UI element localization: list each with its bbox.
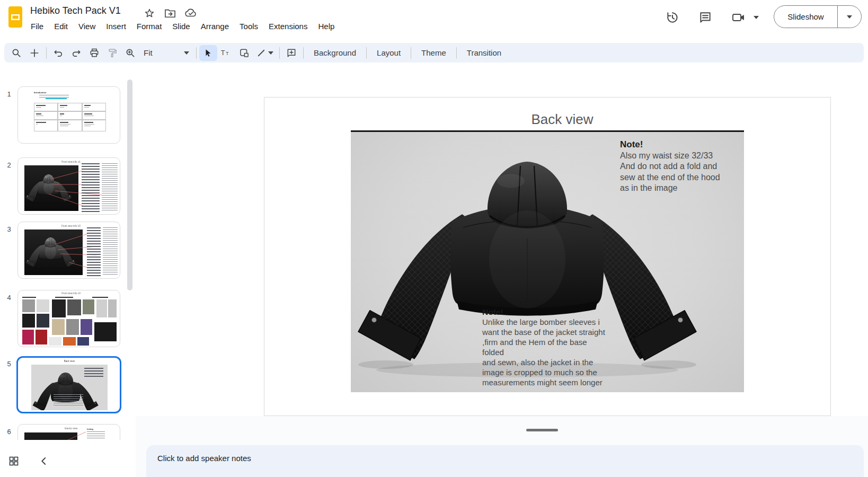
slide-number: 3 bbox=[3, 225, 15, 233]
slide-filmstrip: 1 Introduction 2 Front view info v1 3 Fr bbox=[0, 68, 136, 440]
intro-table bbox=[34, 103, 106, 131]
slide-thumbnail-2[interactable]: Front view info v1 bbox=[17, 157, 120, 215]
annotation-lines bbox=[18, 425, 120, 440]
menu-extensions[interactable]: Extensions bbox=[263, 20, 313, 32]
filmstrip-scrollbar[interactable] bbox=[127, 80, 132, 290]
jacket-back-photo[interactable]: Note! Also my waist size 32/33 And do no… bbox=[351, 132, 744, 392]
slide-number: 5 bbox=[3, 360, 15, 368]
menu-file[interactable]: File bbox=[25, 20, 49, 32]
thumb-title: Front view info v3 bbox=[57, 292, 85, 295]
thumb-link-placeholder bbox=[46, 98, 67, 99]
layout-button[interactable]: Layout bbox=[369, 46, 408, 59]
transition-button[interactable]: Transition bbox=[459, 46, 509, 59]
toolbar-divider bbox=[366, 47, 367, 59]
svg-text:T: T bbox=[221, 49, 225, 57]
zoom-fit-caret-icon bbox=[184, 51, 189, 55]
slide-thumbnail-3[interactable]: Front view info V2 bbox=[17, 222, 120, 279]
note-heading: Note! bbox=[482, 307, 609, 317]
slide-number: 1 bbox=[3, 90, 15, 98]
annotation-text-placeholder bbox=[87, 431, 105, 440]
redo-button[interactable] bbox=[67, 45, 85, 61]
select-tool-button[interactable] bbox=[199, 45, 217, 61]
thumb-title: Introduction bbox=[34, 91, 46, 93]
document-title[interactable]: Hebiko Tech Pack V1 bbox=[30, 5, 121, 16]
menu-insert[interactable]: Insert bbox=[101, 20, 131, 32]
app-header: Hebiko Tech Pack V1 File Edit View Inser… bbox=[0, 0, 868, 34]
note-top-right[interactable]: Note! Also my waist size 32/33 And do no… bbox=[620, 139, 744, 194]
slide-number: 4 bbox=[3, 294, 15, 302]
slide-number: 2 bbox=[3, 161, 15, 169]
zoom-fit-select[interactable]: Fit bbox=[139, 45, 193, 61]
slideshow-options-dropdown[interactable] bbox=[838, 6, 861, 28]
toolbar-divider bbox=[456, 47, 457, 59]
version-history-icon[interactable] bbox=[666, 11, 679, 24]
slide-thumbnail-1[interactable]: Introduction bbox=[17, 86, 120, 144]
slide-thumbnail-5-selected[interactable]: Back view bbox=[16, 356, 121, 413]
menu-slide[interactable]: Slide bbox=[167, 20, 195, 32]
background-button[interactable]: Background bbox=[306, 46, 364, 59]
thumb-label-placeholder bbox=[55, 297, 73, 298]
meet-camera-icon[interactable] bbox=[731, 11, 746, 24]
toolbar: Fit TT Background Layout Theme Transitio… bbox=[4, 43, 864, 63]
thumb-image bbox=[31, 365, 108, 410]
thumb-label: Lining bbox=[87, 428, 93, 430]
annotation-text-placeholder bbox=[103, 227, 118, 276]
slide-thumbnail-6[interactable]: Interior view Lining bbox=[17, 424, 120, 440]
note-body: Also my waist size 32/33 And do not add … bbox=[620, 151, 720, 193]
line-tool-button[interactable] bbox=[253, 45, 277, 61]
svg-text:T: T bbox=[226, 51, 228, 56]
toolbar-divider bbox=[46, 47, 47, 59]
insert-comment-button[interactable] bbox=[282, 45, 300, 61]
print-button[interactable] bbox=[85, 45, 103, 61]
grid-view-icon[interactable] bbox=[8, 456, 19, 466]
note-heading: Note! bbox=[620, 139, 744, 151]
menu-tools[interactable]: Tools bbox=[234, 20, 263, 32]
search-menus-icon[interactable] bbox=[7, 45, 25, 61]
camera-dropdown-icon[interactable] bbox=[754, 16, 759, 19]
menu-format[interactable]: Format bbox=[131, 20, 167, 32]
text-box-tool-button[interactable]: TT bbox=[217, 45, 235, 61]
comments-icon[interactable] bbox=[698, 11, 712, 24]
cloud-saved-icon[interactable] bbox=[184, 8, 197, 19]
slideshow-label: Slideshow bbox=[774, 6, 837, 28]
note-bottom-center[interactable]: Note! Unlike the large bomber sleeves i … bbox=[482, 307, 609, 387]
annotation-text-placeholder bbox=[102, 163, 118, 212]
shape-tool-button[interactable] bbox=[235, 45, 253, 61]
slides-logo-icon[interactable] bbox=[6, 5, 24, 29]
speaker-notes-panel[interactable]: Click to add speaker notes bbox=[146, 445, 864, 477]
menu-arrange[interactable]: Arrange bbox=[196, 20, 234, 32]
star-icon[interactable] bbox=[144, 8, 155, 19]
toolbar-divider bbox=[279, 47, 280, 59]
paint-format-button[interactable] bbox=[103, 45, 121, 61]
thumb-title: Back view bbox=[55, 360, 84, 363]
toolbar-divider bbox=[303, 47, 304, 59]
annotation-text-placeholder bbox=[82, 163, 100, 212]
toolbar-divider bbox=[411, 47, 411, 59]
move-folder-icon[interactable] bbox=[164, 8, 176, 19]
speaker-notes-placeholder[interactable]: Click to add speaker notes bbox=[157, 454, 251, 463]
slide-thumbnail-4[interactable]: Front view info v3 bbox=[17, 290, 120, 347]
thumb-label-placeholder bbox=[92, 297, 108, 298]
thumb-label-placeholder bbox=[22, 297, 36, 298]
line-tool-caret-icon bbox=[268, 51, 273, 55]
slideshow-button[interactable]: Slideshow bbox=[774, 5, 862, 28]
slide-title-text[interactable]: Back view bbox=[493, 111, 632, 128]
zoom-in-icon[interactable] bbox=[121, 45, 139, 61]
collapse-filmstrip-chevron-icon[interactable] bbox=[39, 456, 49, 466]
add-slide-button[interactable] bbox=[25, 45, 43, 61]
notes-resize-handle-icon[interactable] bbox=[526, 429, 558, 431]
theme-button[interactable]: Theme bbox=[414, 46, 454, 59]
undo-button[interactable] bbox=[49, 45, 67, 61]
note-body: Unlike the large bomber sleeves i want t… bbox=[482, 317, 605, 387]
slide-number: 6 bbox=[3, 428, 15, 436]
zoom-fit-value: Fit bbox=[144, 48, 153, 57]
menu-help[interactable]: Help bbox=[313, 20, 340, 32]
menu-edit[interactable]: Edit bbox=[49, 20, 73, 32]
menu-bar: File Edit View Insert Format Slide Arran… bbox=[25, 20, 340, 32]
annotation-text-placeholder bbox=[87, 227, 101, 276]
toolbar-divider bbox=[196, 47, 197, 59]
thumb-text-placeholder bbox=[39, 95, 69, 98]
menu-view[interactable]: View bbox=[73, 20, 101, 32]
